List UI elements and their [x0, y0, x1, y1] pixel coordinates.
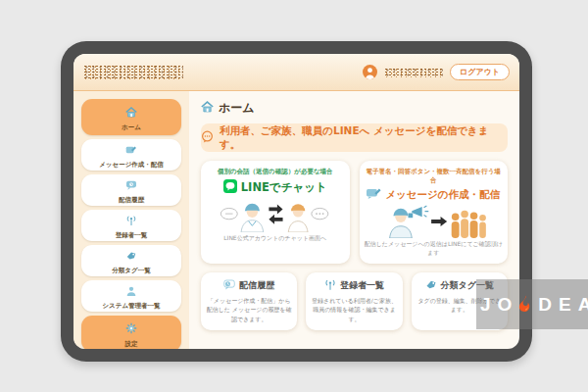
line-icon — [223, 179, 237, 196]
antenna-icon — [125, 211, 137, 229]
broadcast-illustration — [365, 205, 504, 238]
app-window: ログアウト ホーム メッセージ作成・配信 配信履歴 — [74, 54, 519, 349]
watermark-letter: D — [538, 294, 552, 316]
sidebar-item-home[interactable]: ホーム — [81, 99, 181, 135]
sidebar-item-registrants[interactable]: 登録者一覧 — [81, 210, 181, 241]
card-message-broadcast[interactable]: 電子署名・回答ボタン・複数一斉配信を行う場合 メッセージの作成・配信 — [360, 161, 509, 264]
card-line-chat[interactable]: 個別の会話（返信の確認）が必要な場合 LINEでチャット — [201, 161, 350, 264]
message-compose-icon — [125, 140, 137, 159]
watermark-letter: A — [578, 294, 588, 316]
sidebar-item-label: 配信履歴 — [119, 196, 144, 205]
info-banner-text: 利用者、ご家族、職員のLINEへ メッセージを配信できます。 — [220, 124, 508, 152]
watermark-letter: O — [498, 294, 513, 316]
main-content: ホーム 利用者、ご家族、職員のLINEへ メッセージを配信できます。 個別の会話… — [189, 91, 519, 349]
sidebar-item-admins[interactable]: システム管理者一覧 — [81, 280, 181, 312]
sidebar-item-compose[interactable]: メッセージ作成・配信 — [81, 139, 181, 171]
page-title: ホーム — [201, 100, 508, 117]
screenshot-stage: ログアウト ホーム メッセージ作成・配信 配信履歴 — [0, 0, 588, 392]
shortcut-title: 配信履歴 — [239, 279, 274, 292]
shortcut-cards: 配信履歴 「メッセージ作成・配信」から配信した メッセージの履歴を確認できます。… — [201, 272, 508, 330]
shortcut-desc: 登録されている利用者/ご家族、職員の情報を確認・編集できます。 — [311, 296, 397, 323]
tag-icon — [425, 279, 437, 292]
sidebar-item-label: メッセージ作成・配信 — [99, 161, 164, 170]
card-note: 個別の会話（返信の確認）が必要な場合 — [206, 168, 345, 176]
sidebar-item-label: 登録者一覧 — [116, 231, 148, 240]
home-icon — [201, 101, 214, 116]
gear-icon — [125, 319, 137, 338]
card-title-text: メッセージの作成・配信 — [385, 188, 500, 202]
sidebar-item-label: 分類タグ一覧 — [112, 267, 150, 275]
sidebar-item-label: システム管理者一覧 — [102, 302, 160, 311]
watermark-letter: E — [559, 294, 571, 316]
shortcut-card-registrants[interactable]: 登録者一覧 登録されている利用者/ご家族、職員の情報を確認・編集できます。 — [306, 272, 402, 330]
info-banner: 利用者、ご家族、職員のLINEへ メッセージを配信できます。 — [201, 123, 508, 152]
window-frame: ログアウト ホーム メッセージ作成・配信 配信履歴 — [61, 41, 532, 362]
sidebar: ホーム メッセージ作成・配信 配信履歴 登録者一覧 — [74, 91, 189, 349]
page-title-text: ホーム — [219, 100, 255, 117]
message-edit-icon — [367, 188, 381, 202]
shortcut-desc: 「メッセージ作成・配信」から配信した メッセージの履歴を確認できます。 — [206, 296, 292, 323]
tag-icon — [125, 246, 137, 265]
chat-illustration — [206, 199, 345, 232]
sidebar-item-label: ホーム — [122, 123, 141, 132]
obscured-logo — [83, 65, 183, 79]
obscured-username — [384, 68, 443, 77]
sidebar-item-settings[interactable]: 設定 — [81, 316, 181, 349]
logout-button[interactable]: ログアウト — [450, 64, 510, 80]
history-icon — [223, 279, 235, 292]
sidebar-item-tags[interactable]: 分類タグ一覧 — [81, 245, 181, 276]
history-icon — [125, 175, 137, 194]
watermark-letter: J — [480, 294, 491, 316]
admin-person-icon — [125, 281, 137, 300]
home-icon — [125, 103, 137, 122]
flame-icon — [518, 295, 531, 315]
card-title-text: LINEでチャット — [241, 180, 327, 195]
app-header: ログアウト — [74, 54, 519, 91]
shortcut-title: 登録者一覧 — [340, 279, 384, 292]
app-body: ホーム メッセージ作成・配信 配信履歴 登録者一覧 — [74, 91, 519, 349]
card-caption: LINE公式アカウントのチャット画面へ — [206, 234, 345, 243]
antenna-icon — [324, 279, 336, 292]
feature-cards: 個別の会話（返信の確認）が必要な場合 LINEでチャット — [201, 161, 508, 264]
sidebar-item-history[interactable]: 配信履歴 — [81, 174, 181, 206]
card-note: 電子署名・回答ボタン・複数一斉配信を行う場合 — [365, 168, 504, 185]
shortcut-card-history[interactable]: 配信履歴 「メッセージ作成・配信」から配信した メッセージの履歴を確認できます。 — [201, 272, 297, 330]
card-caption: 配信したメッセージへの返信はLINEにてご確認頂けます — [365, 240, 504, 258]
sidebar-item-label: 設定 — [125, 340, 138, 349]
chat-bubble-icon — [201, 128, 214, 147]
watermark: J O D E A — [476, 279, 588, 329]
user-avatar-icon — [363, 65, 377, 79]
